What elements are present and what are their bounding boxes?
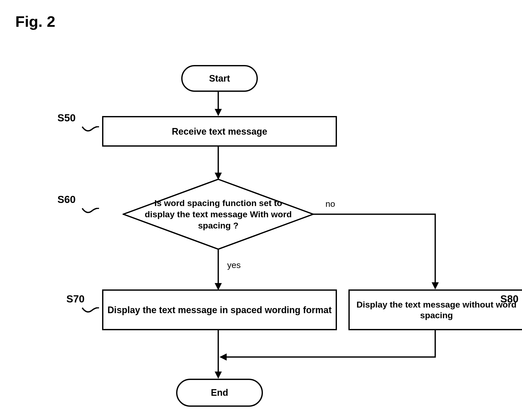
node-s60-label: Is word spacing function set to display … xyxy=(123,179,314,250)
node-s60: Is word spacing function set to display … xyxy=(123,179,314,250)
edge-label-yes: yes xyxy=(227,260,241,270)
edge-s60-to-s70 xyxy=(213,249,223,291)
step-label-s60: S60 xyxy=(57,194,76,205)
node-start: Start xyxy=(181,65,258,92)
svg-marker-9 xyxy=(215,372,222,379)
svg-marker-7 xyxy=(432,282,439,289)
flowchart-figure: Fig. 2 Start Receive text message S50 Is… xyxy=(0,0,522,420)
node-s80-label: Display the text message without word sp… xyxy=(350,299,522,321)
node-end-label: End xyxy=(211,387,228,398)
edge-label-no: no xyxy=(325,199,335,209)
node-s70: Display the text message in spaced wordi… xyxy=(102,289,337,330)
step-tail-s50 xyxy=(82,126,100,134)
node-s70-label: Display the text message in spaced wordi… xyxy=(107,304,332,316)
step-tail-s60 xyxy=(82,208,100,215)
svg-marker-6 xyxy=(215,283,222,290)
edge-s80-to-merge xyxy=(216,329,445,365)
step-tail-s70 xyxy=(82,307,100,315)
svg-marker-10 xyxy=(220,353,227,361)
step-tail-s80 xyxy=(518,307,522,315)
node-s80: Display the text message without word sp… xyxy=(348,289,522,330)
node-s50-label: Receive text message xyxy=(172,126,267,137)
edge-s60-to-s80 xyxy=(313,209,445,292)
figure-title: Fig. 2 xyxy=(15,13,55,30)
node-end: End xyxy=(176,379,263,407)
node-s50: Receive text message xyxy=(102,116,337,147)
step-label-s80-visible: S80 xyxy=(500,293,518,305)
svg-marker-1 xyxy=(215,109,222,116)
edge-start-to-s50 xyxy=(213,91,223,117)
node-start-label: Start xyxy=(209,73,230,84)
step-label-s70: S70 xyxy=(66,293,84,305)
edge-s50-to-s60 xyxy=(213,145,223,181)
step-label-s50: S50 xyxy=(57,112,76,124)
